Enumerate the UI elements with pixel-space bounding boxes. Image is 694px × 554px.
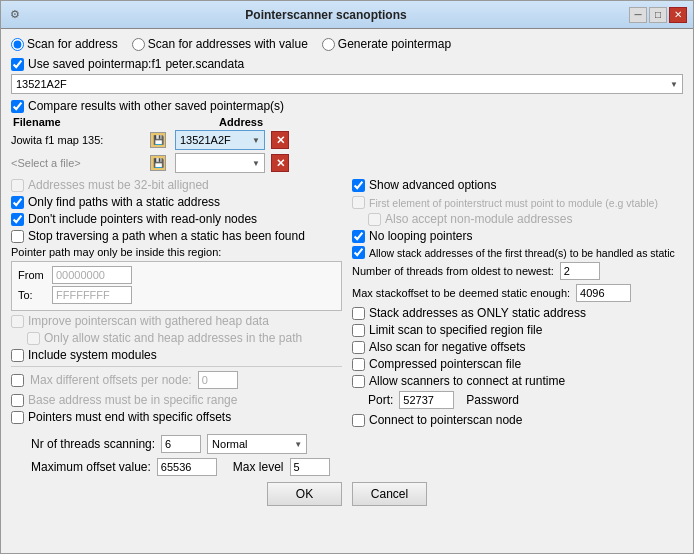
priority-combo-arrow: ▼ [294,440,302,449]
file-row-2: <Select a file> 💾 ▼ ✕ [11,153,683,173]
threads-oldest-input[interactable] [560,262,600,280]
pointermap-filename: peter.scandata [165,57,244,71]
show-advanced-row: Show advanced options [352,178,683,192]
port-row: Port: Password [368,391,683,409]
file-row-2-delete-button[interactable]: ✕ [271,154,289,172]
stop-traversing-row: Stop traversing a path when a static has… [11,229,342,243]
base-address-checkbox[interactable] [11,394,24,407]
titlebar-controls: ─ □ ✕ [629,7,687,23]
no-readonly-checkbox[interactable] [11,213,24,226]
port-input[interactable] [399,391,454,409]
generate-pointermap-radio[interactable] [322,38,335,51]
only-static-checkbox[interactable] [11,196,24,209]
scan-type-group: Scan for address Scan for addresses with… [11,37,683,51]
pointers-end-row: Pointers must end with specific offsets [11,410,342,424]
minimize-button[interactable]: ─ [629,7,647,23]
scan-for-address-radio[interactable] [11,38,24,51]
ok-label: OK [296,487,313,501]
compare-checkbox[interactable] [11,100,24,113]
only-static-row: Only find paths with a static address [11,195,342,209]
connect-to-node-checkbox[interactable] [352,414,365,427]
scan-negative-checkbox[interactable] [352,341,365,354]
stop-traversing-checkbox[interactable] [11,230,24,243]
restore-button[interactable]: □ [649,7,667,23]
stop-traversing-label: Stop traversing a path when a static has… [28,229,305,243]
scan-negative-label: Also scan for negative offsets [369,340,526,354]
pointers-end-checkbox[interactable] [11,411,24,424]
address-value: 13521A2F [16,78,67,90]
compressed-checkbox[interactable] [352,358,365,371]
to-row: To: [18,286,335,304]
allow-stack-checkbox[interactable] [352,246,365,259]
connect-to-node-label: Connect to pointerscan node [369,413,522,427]
file-row-2-address-combo[interactable]: ▼ [175,153,265,173]
file-row-1-address: 13521A2F [180,134,231,146]
priority-combo[interactable]: Normal ▼ [207,434,307,454]
max-level-input[interactable] [290,458,330,476]
file-row-1-combo-arrow: ▼ [252,136,260,145]
file-row-2-save-icon[interactable]: 💾 [147,153,169,173]
include-system-checkbox[interactable] [11,349,24,362]
from-input[interactable] [52,266,132,284]
only-static-heap-row: Only allow static and heap addresses in … [27,331,342,345]
close-button[interactable]: ✕ [669,7,687,23]
compare-row: Compare results with other saved pointer… [11,99,683,113]
max-offsets-checkbox[interactable] [11,374,24,387]
ok-cancel-row: OK Cancel [11,482,683,506]
stack-only-label: Stack addresses as ONLY static address [369,306,586,320]
address-dropdown[interactable]: 13521A2F ▼ [11,74,683,94]
file-row-1-save-icon[interactable]: 💾 [147,130,169,150]
limit-scan-row: Limit scan to specified region file [352,323,683,337]
only-static-label: Only find paths with a static address [28,195,220,209]
scan-for-address-label: Scan for address [27,37,118,51]
max-offset-input[interactable] [157,458,217,476]
threads-scanning-input[interactable] [161,435,201,453]
region-box: From To: [11,261,342,311]
pointers-end-label: Pointers must end with specific offsets [28,410,231,424]
cancel-label: Cancel [371,487,408,501]
no-looping-row: No looping pointers [352,229,683,243]
cancel-button[interactable]: Cancel [352,482,427,506]
show-advanced-checkbox[interactable] [352,179,365,192]
compressed-label: Compressed pointerscan file [369,357,521,371]
file-row-1-address-combo[interactable]: 13521A2F ▼ [175,130,265,150]
connect-to-node-row: Connect to pointerscan node [352,413,683,427]
max-offsets-row: Max different offsets per node: [11,371,342,389]
allow-scanners-checkbox[interactable] [352,375,365,388]
accept-non-module-checkbox [368,213,381,226]
improve-heap-checkbox [11,315,24,328]
to-input[interactable] [52,286,132,304]
to-label: To: [18,289,46,301]
accept-non-module-label: Also accept non-module addresses [385,212,572,226]
from-label: From [18,269,46,281]
max-stackoffset-input[interactable] [576,284,631,302]
file-row-1-delete-button[interactable]: ✕ [271,131,289,149]
titlebar-title: Pointerscanner scanoptions [23,8,629,22]
first-element-label: First element of pointerstruct must poin… [369,197,658,209]
compare-label: Compare results with other saved pointer… [28,99,284,113]
no-looping-checkbox[interactable] [352,230,365,243]
accept-non-module-row: Also accept non-module addresses [368,212,683,226]
file-row-1-name: Jowita f1 map 135: [11,134,141,146]
max-offset-row: Maximum offset value: Max level [11,458,683,476]
scan-for-value-radio[interactable] [132,38,145,51]
addresses-32bit-label: Addresses must be 32-bit alligned [28,178,209,192]
max-stackoffset-row: Max stackoffset to be deemed static enou… [352,284,683,302]
scan-for-value-option[interactable]: Scan for addresses with value [132,37,308,51]
scan-for-address-option[interactable]: Scan for address [11,37,118,51]
address-dropdown-arrow: ▼ [670,80,678,89]
max-stackoffset-label: Max stackoffset to be deemed static enou… [352,287,570,299]
first-element-row: First element of pointerstruct must poin… [352,196,683,209]
use-saved-pointermap-checkbox[interactable] [11,58,24,71]
limit-scan-label: Limit scan to specified region file [369,323,542,337]
threads-oldest-label: Number of threads from oldest to newest: [352,265,554,277]
main-window: ⚙ Pointerscanner scanoptions ─ □ ✕ Scan … [0,0,694,554]
max-offsets-input[interactable] [198,371,238,389]
ok-button[interactable]: OK [267,482,342,506]
limit-scan-checkbox[interactable] [352,324,365,337]
base-address-label: Base address must be in specific range [28,393,237,407]
separator-1 [11,366,342,367]
generate-pointermap-option[interactable]: Generate pointermap [322,37,451,51]
address-row: 13521A2F ▼ [11,74,683,94]
stack-only-checkbox[interactable] [352,307,365,320]
